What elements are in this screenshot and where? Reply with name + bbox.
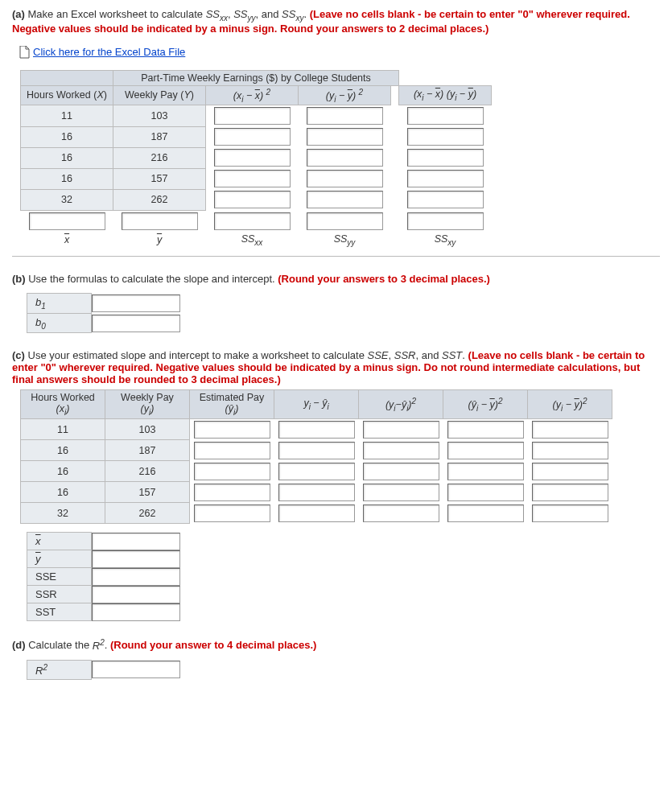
c-r3-7[interactable] — [532, 484, 608, 501]
table-row: 32262 — [21, 189, 499, 210]
sum-ssyy[interactable] — [307, 212, 383, 230]
c-r3-5[interactable] — [363, 484, 439, 501]
sum-ssxx[interactable] — [214, 212, 291, 230]
a-r2-c3[interactable] — [214, 149, 291, 167]
input-b1[interactable] — [92, 294, 180, 312]
c-r3-6[interactable] — [447, 484, 524, 501]
a-r3-c3[interactable] — [214, 170, 291, 187]
input-ssr[interactable] — [92, 586, 180, 603]
a-r0-c4[interactable] — [307, 107, 383, 125]
a-r3-c5[interactable] — [407, 170, 484, 187]
part-c-label: (c) — [12, 349, 25, 361]
a-r4-c3[interactable] — [214, 191, 291, 208]
sum-ssxy[interactable] — [407, 212, 484, 230]
c-r4-4[interactable] — [278, 505, 355, 522]
table-row: 16157 — [21, 482, 612, 503]
foot-xbar: x — [21, 232, 113, 249]
part-a-label: (a) — [12, 8, 25, 20]
a-r4-c4[interactable] — [307, 191, 383, 208]
label-ssr: SSR — [27, 586, 92, 603]
c-h1: Hours Worked(xi) — [21, 390, 105, 419]
a-r1-c4[interactable] — [307, 128, 383, 146]
label-xbar: x — [27, 533, 92, 550]
table-row: 11103 — [21, 105, 499, 127]
c-r3-4[interactable] — [278, 484, 355, 501]
part-b-red: (Round your answers to 3 decimal places.… — [278, 273, 490, 285]
input-sst[interactable] — [92, 603, 180, 621]
c-r0-3[interactable] — [194, 421, 270, 439]
ss-xx-sym: SSxx — [206, 8, 228, 20]
input-ybar[interactable] — [92, 550, 180, 568]
c-r0-7[interactable] — [532, 421, 608, 439]
table-row: 16216 — [21, 147, 499, 168]
c-r1-5[interactable] — [363, 442, 439, 459]
c-r2-3[interactable] — [194, 463, 270, 480]
a-r2-c5[interactable] — [407, 149, 484, 167]
c-r2-6[interactable] — [447, 463, 524, 480]
c-h3: Estimated Pay(ŷi) — [190, 390, 274, 419]
table-row: 16216 — [21, 461, 612, 482]
c-r2-7[interactable] — [532, 463, 608, 480]
c-r4-3[interactable] — [194, 505, 270, 522]
table-row: 11103 — [21, 418, 612, 440]
foot-ssxy: SSxy — [399, 232, 492, 249]
part-d-label: (d) — [12, 640, 26, 652]
part-c-text1: Use your estimated slope and intercept t… — [28, 349, 368, 361]
label-sse: SSE — [27, 568, 92, 586]
part-d-instruction: (d) Calculate the R2. (Round your answer… — [12, 637, 660, 651]
table-d: R2 — [27, 660, 180, 680]
ssr-sym: SSR — [394, 349, 416, 361]
c-h4: yi − ŷi — [274, 390, 359, 419]
c-r0-5[interactable] — [363, 421, 439, 439]
a-r0-c5[interactable] — [407, 107, 484, 125]
c-r2-5[interactable] — [363, 463, 439, 480]
c-r4-5[interactable] — [363, 505, 439, 522]
c-r3-3[interactable] — [194, 484, 270, 501]
c-r1-3[interactable] — [194, 442, 270, 459]
table-a-h5: (xi − x) (yi − y) — [399, 85, 492, 105]
foot-ssyy: SSyy — [299, 232, 391, 249]
c-r4-7[interactable] — [532, 505, 608, 522]
table-a: Part-Time Weekly Earnings ($) by College… — [20, 70, 499, 249]
table-row: 16187 — [21, 126, 499, 147]
c-r1-7[interactable] — [532, 442, 608, 459]
input-b0[interactable] — [92, 315, 180, 332]
foot-ybar: y — [113, 232, 206, 249]
excel-data-link[interactable]: Click here for the Excel Data File — [33, 46, 185, 58]
part-c-instruction: (c) Use your estimated slope and interce… — [12, 349, 660, 385]
a-r0-c3[interactable] — [214, 107, 291, 125]
label-ybar: y — [27, 550, 92, 568]
table-a-sum-row — [21, 210, 499, 232]
divider-a — [12, 256, 660, 257]
table-a-h4: (yi − y) 2 — [299, 85, 391, 105]
c-r0-6[interactable] — [447, 421, 524, 439]
c-r1-6[interactable] — [447, 442, 524, 459]
table-a-footer-labels: x y SSxx SSyy SSxy — [21, 232, 499, 249]
part-b: (b) Use the formulas to calculate the sl… — [12, 273, 660, 333]
a-r1-c3[interactable] — [214, 128, 291, 146]
ss-yy-sym: SSyy — [233, 8, 255, 20]
c-r2-4[interactable] — [278, 463, 355, 480]
table-a-col1-empty — [21, 70, 113, 85]
row-b1: b1 — [27, 294, 181, 314]
part-b-instruction: (b) Use the formulas to calculate the sl… — [12, 273, 660, 285]
a-r3-c4[interactable] — [307, 170, 383, 187]
a-r4-c5[interactable] — [407, 191, 484, 208]
c-h5: (yi−ŷi)2 — [359, 390, 443, 419]
part-b-text1: Use the formulas to calculate the slope … — [28, 273, 278, 285]
part-d-text1: Calculate the — [28, 640, 93, 652]
c-r1-4[interactable] — [278, 442, 355, 459]
sse-sym: SSE — [368, 349, 389, 361]
c-r4-6[interactable] — [447, 505, 524, 522]
c-r0-4[interactable] — [278, 421, 355, 439]
sum-y[interactable] — [122, 212, 198, 230]
input-sse[interactable] — [92, 568, 180, 586]
table-b: b1 b0 — [27, 293, 181, 333]
label-sst: SST — [27, 603, 92, 621]
input-r2[interactable] — [92, 661, 180, 678]
a-r2-c4[interactable] — [307, 149, 383, 167]
ss-xy-sym: SSxy — [282, 8, 303, 20]
sum-x[interactable] — [29, 212, 105, 230]
input-xbar[interactable] — [92, 533, 180, 550]
a-r1-c5[interactable] — [407, 128, 484, 146]
